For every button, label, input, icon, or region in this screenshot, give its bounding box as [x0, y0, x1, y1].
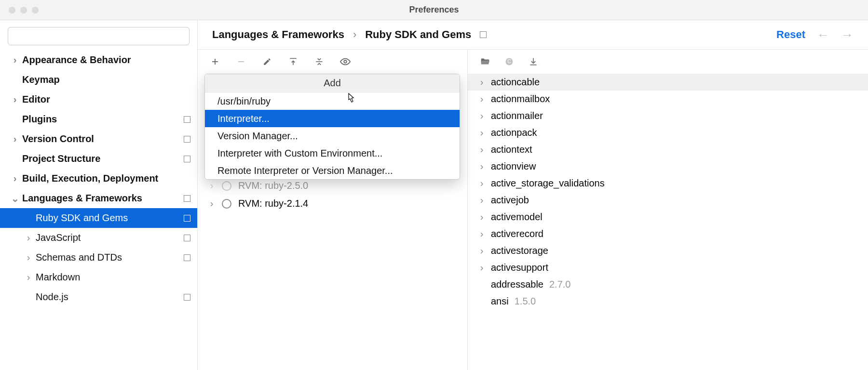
- close-window-button[interactable]: [9, 7, 15, 13]
- reset-button[interactable]: Reset: [776, 28, 805, 41]
- popup-item[interactable]: Remote Interpreter or Version Manager...: [205, 162, 460, 179]
- project-scope-icon: [184, 195, 190, 202]
- sidebar-item[interactable]: ›Schemas and DTDs: [0, 248, 197, 267]
- show-button[interactable]: [339, 56, 351, 67]
- search-input[interactable]: [8, 27, 190, 45]
- sidebar-item-label: Languages & Frameworks: [22, 193, 142, 204]
- download-button[interactable]: [528, 56, 539, 67]
- sidebar-item[interactable]: Keymap: [0, 70, 197, 90]
- breadcrumb: Languages & Frameworks › Ruby SDK and Ge…: [198, 20, 868, 49]
- radio-icon[interactable]: [222, 181, 231, 191]
- gem-name: activerecord: [491, 228, 543, 239]
- gem-row[interactable]: ›actioncable: [468, 74, 868, 91]
- project-scope-icon: [184, 136, 190, 143]
- gem-row[interactable]: ›actionmailer: [468, 107, 868, 124]
- gem-row[interactable]: ansi1.5.0: [468, 293, 868, 310]
- window-controls: [9, 7, 39, 13]
- sidebar-item[interactable]: ⌄Languages & Frameworks: [0, 188, 197, 208]
- popup-item[interactable]: /usr/bin/ruby: [205, 92, 460, 110]
- sidebar-item[interactable]: Plugins: [0, 109, 197, 129]
- gem-row[interactable]: ›actionpack: [468, 124, 868, 141]
- gem-row[interactable]: ›activerecord: [468, 225, 868, 242]
- gem-name: actiontext: [491, 144, 532, 155]
- sdk-pane: › RVM: ruby-2.5.0 › RVM: ruby-2.1.4 Add …: [198, 50, 468, 370]
- gem-name: actionpack: [491, 127, 537, 138]
- chevron-right-icon: ›: [478, 110, 485, 121]
- minimize-window-button[interactable]: [20, 7, 27, 13]
- back-button[interactable]: ←: [817, 27, 829, 42]
- gem-list: ›actioncable›actionmailbox›actionmailer›…: [468, 74, 868, 370]
- chevron-right-icon: ›: [478, 211, 485, 223]
- popup-item[interactable]: Version Manager...: [205, 127, 460, 145]
- sdk-toolbar: [198, 50, 467, 74]
- copy-button[interactable]: C: [503, 56, 515, 67]
- gem-name: activestorage: [491, 245, 548, 256]
- open-folder-button[interactable]: [479, 56, 491, 67]
- gem-row[interactable]: ›actiontext: [468, 141, 868, 158]
- project-scope-icon: [480, 31, 487, 38]
- sidebar-item-label: Version Control: [22, 133, 94, 145]
- project-scope-icon: [184, 254, 190, 261]
- chevron-right-icon: ›: [478, 228, 485, 239]
- forward-button[interactable]: →: [841, 27, 854, 42]
- gem-row[interactable]: ›active_storage_validations: [468, 175, 868, 192]
- sdk-item[interactable]: › RVM: ruby-2.1.4: [198, 195, 467, 212]
- gem-row[interactable]: ›activesupport: [468, 259, 868, 276]
- sidebar-item[interactable]: ›Appearance & Behavior: [0, 50, 197, 70]
- add-button[interactable]: [209, 56, 221, 67]
- sidebar-item-label: Plugins: [22, 114, 57, 125]
- gems-pane: C ›actioncable›actionmailbox›actionmaile…: [468, 50, 868, 370]
- gem-row[interactable]: ›activemodel: [468, 209, 868, 225]
- breadcrumb-root[interactable]: Languages & Frameworks: [212, 28, 344, 41]
- remove-button[interactable]: [235, 56, 247, 67]
- sidebar-item[interactable]: ›Version Control: [0, 129, 197, 149]
- gem-row[interactable]: ›activejob: [468, 192, 868, 209]
- gem-row[interactable]: ›actionview: [468, 158, 868, 175]
- chevron-icon: ›: [25, 232, 32, 243]
- collapse-all-button[interactable]: [313, 56, 325, 67]
- chevron-right-icon: ›: [478, 245, 485, 256]
- radio-icon[interactable]: [222, 199, 231, 209]
- gem-name: activesupport: [491, 262, 548, 273]
- gem-name: actionmailbox: [491, 93, 550, 105]
- project-scope-icon: [184, 116, 190, 123]
- add-popup: Add /usr/bin/rubyInterpreter...Version M…: [204, 74, 460, 180]
- gem-name: ansi: [491, 296, 509, 307]
- sidebar-item[interactable]: ›Build, Execution, Deployment: [0, 169, 197, 188]
- sidebar-item[interactable]: ›Markdown: [0, 267, 197, 287]
- sidebar-item-label: Schemas and DTDs: [36, 252, 122, 263]
- zoom-window-button[interactable]: [32, 7, 39, 13]
- sidebar-item[interactable]: Ruby SDK and Gems: [0, 208, 197, 228]
- chevron-right-icon: ›: [478, 178, 485, 189]
- chevron-right-icon: ›: [478, 195, 485, 206]
- popup-item[interactable]: Interpreter...: [205, 110, 460, 127]
- sidebar-item[interactable]: Project Structure: [0, 149, 197, 169]
- gem-name: activemodel: [491, 211, 542, 223]
- gem-version: 2.7.0: [549, 279, 570, 290]
- sidebar-item-label: Markdown: [36, 272, 80, 283]
- sidebar-item[interactable]: ›JavaScript: [0, 228, 197, 248]
- gems-toolbar: C: [468, 50, 868, 74]
- sidebar-item[interactable]: Node.js: [0, 287, 197, 307]
- expand-all-button[interactable]: [287, 56, 299, 67]
- gem-name: actionmailer: [491, 110, 543, 121]
- sidebar-item[interactable]: ›Editor: [0, 90, 197, 109]
- gem-row[interactable]: addressable2.7.0: [468, 276, 868, 293]
- sdk-label: RVM: ruby-2.1.4: [238, 198, 308, 209]
- chevron-right-icon: ›: [208, 198, 215, 209]
- sidebar-item-label: Node.js: [36, 291, 68, 303]
- project-scope-icon: [184, 235, 190, 241]
- popup-title: Add: [205, 74, 460, 92]
- window-title: Preferences: [409, 5, 459, 15]
- edit-button[interactable]: [261, 56, 273, 67]
- project-scope-icon: [184, 215, 190, 222]
- gem-row[interactable]: ›activestorage: [468, 242, 868, 259]
- popup-item[interactable]: Interpreter with Custom Environment...: [205, 145, 460, 162]
- chevron-right-icon: ›: [478, 127, 485, 138]
- sidebar-item-label: Editor: [22, 94, 50, 105]
- gem-version: 1.5.0: [515, 296, 536, 307]
- chevron-icon: ⌄: [12, 193, 18, 204]
- sidebar-item-label: Ruby SDK and Gems: [36, 212, 128, 224]
- chevron-right-icon: ›: [478, 262, 485, 273]
- gem-row[interactable]: ›actionmailbox: [468, 91, 868, 107]
